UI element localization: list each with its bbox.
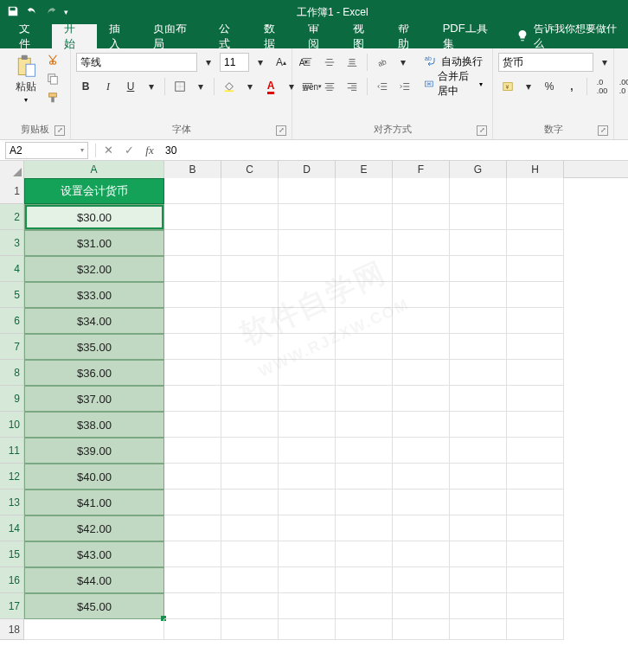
fill-color-button[interactable] xyxy=(220,77,239,96)
number-dialog-launcher[interactable]: ⤢ xyxy=(598,125,608,136)
cell[interactable] xyxy=(507,593,564,619)
cell[interactable] xyxy=(279,178,336,204)
cell[interactable] xyxy=(221,360,279,386)
cell[interactable]: $41.00 xyxy=(24,490,164,515)
paste-button[interactable]: 粘贴 ▾ xyxy=(10,52,42,106)
row-header[interactable]: 7 xyxy=(0,334,24,360)
cell[interactable] xyxy=(221,178,279,204)
cell[interactable]: $34.00 xyxy=(24,308,164,334)
row-header[interactable]: 10 xyxy=(0,412,24,438)
tab-page-layout[interactable]: 页面布局 xyxy=(141,24,207,48)
cell[interactable] xyxy=(221,256,279,282)
cell[interactable] xyxy=(393,204,450,230)
cell[interactable] xyxy=(164,619,221,640)
cell[interactable] xyxy=(507,619,564,640)
cell[interactable]: $30.00 xyxy=(24,204,164,230)
cell[interactable] xyxy=(393,412,450,438)
align-bottom-button[interactable] xyxy=(343,53,362,72)
cell[interactable] xyxy=(221,567,279,593)
cell[interactable] xyxy=(450,567,507,593)
cell[interactable] xyxy=(336,412,393,438)
font-name-combo[interactable] xyxy=(76,53,197,72)
copy-button[interactable] xyxy=(45,71,61,86)
cell[interactable] xyxy=(507,386,564,412)
cell[interactable] xyxy=(279,490,336,515)
cell[interactable] xyxy=(507,515,564,541)
cell[interactable] xyxy=(221,412,279,438)
cell[interactable] xyxy=(450,515,507,541)
cell[interactable]: $38.00 xyxy=(24,412,164,438)
row-header[interactable]: 18 xyxy=(0,619,24,640)
orientation-button[interactable]: ab xyxy=(373,53,392,72)
cell[interactable] xyxy=(450,619,507,640)
cell[interactable] xyxy=(164,567,221,593)
cell[interactable] xyxy=(450,541,507,567)
cell[interactable] xyxy=(393,515,450,541)
cell[interactable] xyxy=(164,490,221,515)
cell[interactable] xyxy=(393,386,450,412)
cell[interactable] xyxy=(221,438,279,464)
cell[interactable] xyxy=(336,230,393,256)
borders-button[interactable] xyxy=(170,77,189,96)
cell[interactable] xyxy=(393,438,450,464)
cell[interactable] xyxy=(164,464,221,490)
align-left-button[interactable] xyxy=(298,77,317,96)
row-header[interactable]: 3 xyxy=(0,230,24,256)
cell[interactable]: $32.00 xyxy=(24,256,164,282)
cell[interactable] xyxy=(279,541,336,567)
cell[interactable] xyxy=(507,541,564,567)
cell[interactable] xyxy=(393,464,450,490)
cell[interactable] xyxy=(164,204,221,230)
column-header-G[interactable]: G xyxy=(450,161,507,178)
cell[interactable] xyxy=(450,178,507,204)
cell[interactable] xyxy=(164,386,221,412)
column-header-C[interactable]: C xyxy=(221,161,279,178)
font-dialog-launcher[interactable]: ⤢ xyxy=(276,125,286,136)
column-header-E[interactable]: E xyxy=(336,161,393,178)
cell[interactable] xyxy=(164,178,221,204)
chevron-down-icon[interactable]: ▾ xyxy=(521,79,536,94)
cell[interactable] xyxy=(279,593,336,619)
chevron-down-icon[interactable]: ▾ xyxy=(395,54,411,70)
cell[interactable] xyxy=(393,360,450,386)
chevron-down-icon[interactable]: ▾ xyxy=(193,79,208,94)
cell[interactable] xyxy=(336,593,393,619)
chevron-down-icon[interactable]: ▾ xyxy=(144,79,159,94)
cell[interactable] xyxy=(336,334,393,360)
cell[interactable] xyxy=(450,334,507,360)
tab-help[interactable]: 帮助 xyxy=(386,24,431,48)
cell[interactable] xyxy=(221,230,279,256)
cell[interactable] xyxy=(164,541,221,567)
column-header-F[interactable]: F xyxy=(393,161,450,178)
cell[interactable] xyxy=(164,412,221,438)
row-header[interactable]: 13 xyxy=(0,490,24,515)
tab-formulas[interactable]: 公式 xyxy=(207,24,252,48)
cell[interactable] xyxy=(507,360,564,386)
cell[interactable] xyxy=(221,334,279,360)
cell[interactable] xyxy=(507,438,564,464)
increase-indent-button[interactable] xyxy=(395,77,414,96)
cell[interactable] xyxy=(336,438,393,464)
tell-me[interactable]: 告诉我你想要做什么 xyxy=(506,24,628,48)
cell[interactable] xyxy=(450,464,507,490)
cell[interactable]: $42.00 xyxy=(24,515,164,541)
insert-function-button[interactable]: fx xyxy=(139,142,160,159)
cell[interactable]: $31.00 xyxy=(24,230,164,256)
cell[interactable] xyxy=(507,334,564,360)
cell[interactable] xyxy=(221,308,279,334)
cell[interactable] xyxy=(336,464,393,490)
underline-button[interactable]: U xyxy=(121,77,140,96)
wrap-text-button[interactable]: ab 自动换行 xyxy=(420,52,487,71)
cell[interactable] xyxy=(507,308,564,334)
cell[interactable] xyxy=(336,178,393,204)
number-format-combo[interactable] xyxy=(498,53,593,72)
cell[interactable] xyxy=(507,464,564,490)
row-header[interactable]: 5 xyxy=(0,282,24,308)
decrease-indent-button[interactable] xyxy=(373,77,392,96)
cell[interactable] xyxy=(279,334,336,360)
column-header-D[interactable]: D xyxy=(279,161,336,178)
row-header[interactable]: 8 xyxy=(0,360,24,386)
cell[interactable] xyxy=(393,567,450,593)
cell[interactable] xyxy=(279,360,336,386)
cell[interactable] xyxy=(221,464,279,490)
